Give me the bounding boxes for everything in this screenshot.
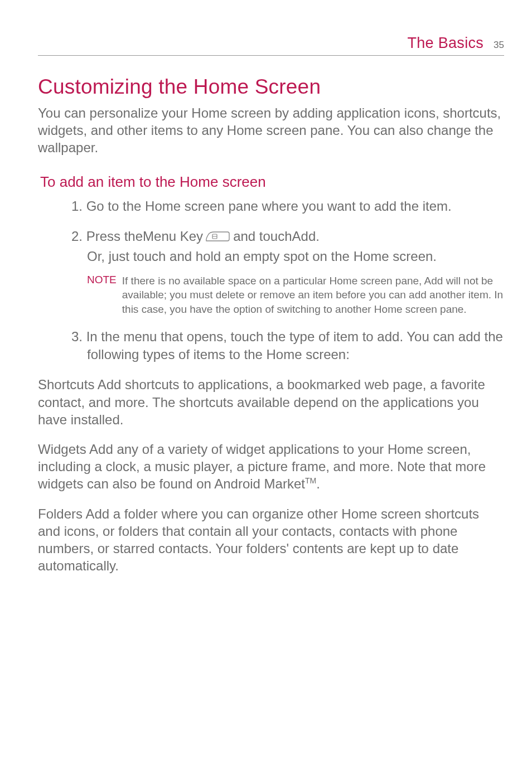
sub-heading: To add an item to the Home screen	[40, 173, 504, 191]
main-heading: Customizing the Home Screen	[38, 75, 504, 99]
add-label: Add	[292, 227, 316, 245]
step-1: 1. Go to the Home screen pane where you …	[87, 197, 504, 215]
widgets-body-a: Add any of a variety of widget applicati…	[38, 442, 486, 491]
step-2-text-a: 2. Press the	[71, 227, 143, 245]
widgets-paragraph: Widgets Add any of a variety of widget a…	[38, 440, 504, 493]
page-header: The Basics 35	[38, 35, 504, 56]
step-2-text-c: .	[316, 227, 320, 245]
note-block: NOTE If there is no available space on a…	[87, 274, 504, 317]
section-title: The Basics	[408, 35, 484, 52]
note-text: If there is no available space on a part…	[122, 274, 504, 317]
folders-body: Add a folder where you can organize othe…	[38, 506, 479, 574]
step-2-alt: Or, just touch and hold an empty spot on…	[87, 248, 504, 265]
widgets-lead: Widgets	[38, 442, 86, 457]
shortcuts-paragraph: Shortcuts Add shortcuts to applications,…	[38, 376, 504, 428]
note-label: NOTE	[87, 274, 117, 317]
shortcuts-lead: Shortcuts	[38, 377, 94, 392]
menu-key-icon	[205, 231, 230, 242]
folders-paragraph: Folders Add a folder where you can organ…	[38, 505, 504, 575]
shortcuts-body: Add shortcuts to applications, a bookmar…	[38, 377, 485, 427]
step-2: 2. Press the Menu Key and touch Add .	[71, 227, 504, 245]
menu-key-label: Menu Key	[143, 227, 203, 245]
tm-mark: TM	[305, 476, 316, 485]
page-number: 35	[494, 40, 504, 51]
folders-lead: Folders	[38, 506, 83, 521]
intro-paragraph: You can personalize your Home screen by …	[38, 104, 504, 157]
step-3: 3. In the menu that opens, touch the typ…	[87, 328, 504, 364]
step-2-text-b: and touch	[233, 227, 292, 245]
widgets-body-b: .	[316, 476, 320, 491]
